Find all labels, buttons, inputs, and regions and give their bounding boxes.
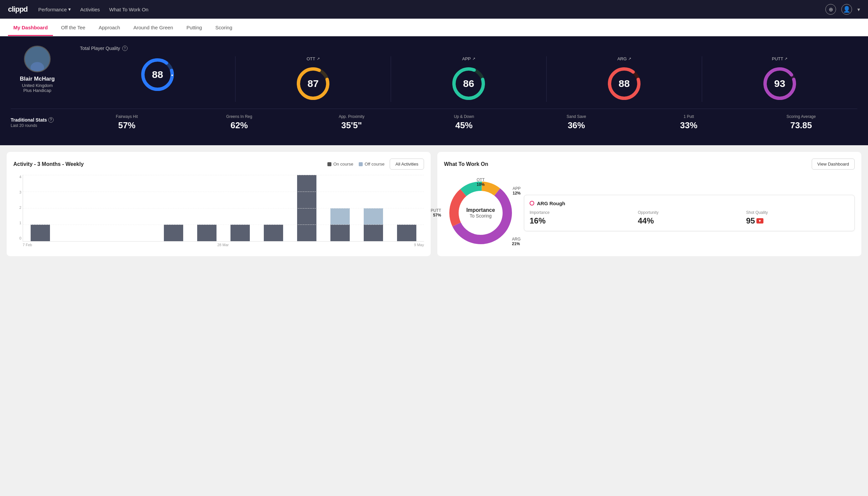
logo[interactable]: clippd: [8, 5, 28, 14]
ott-trend-icon: ↗: [317, 57, 320, 61]
x-label-7feb: 7 Feb: [23, 243, 32, 247]
arg-label: ARG ↗: [617, 56, 631, 61]
bar-group-4: [158, 175, 190, 241]
bar-oncourse: [264, 224, 283, 241]
player-handicap: Plus Handicap: [23, 88, 51, 93]
stat-1-putt: 1 Putt 33%: [632, 114, 745, 130]
x-label-9may: 9 May: [414, 243, 424, 247]
nav-activities[interactable]: Activities: [80, 7, 100, 12]
bar-oncourse: [397, 224, 416, 241]
ott-score: 87: [307, 78, 318, 89]
stats-help-icon[interactable]: ?: [48, 117, 53, 123]
bottom-panels: Activity - 3 Months - Weekly On course O…: [0, 145, 868, 263]
user-button[interactable]: 👤: [841, 4, 852, 15]
detail-dot: [530, 201, 534, 205]
tab-my-dashboard[interactable]: My Dashboard: [8, 19, 53, 36]
bar-group-10: [358, 175, 389, 241]
donut-center: Importance To Scoring: [466, 207, 495, 218]
y-label-3: 3: [13, 190, 21, 194]
putt-trend-icon: ↗: [784, 57, 787, 61]
bar-oncourse: [330, 224, 350, 241]
bar-group-3: [124, 175, 156, 241]
stat-fairways-hit: Fairways Hit 57%: [70, 114, 183, 130]
chevron-down-icon: ▾: [68, 6, 71, 12]
nav-what-to-work-on[interactable]: What To Work On: [109, 7, 148, 12]
help-icon[interactable]: ?: [122, 46, 128, 51]
putt-label: PUTT ↗: [772, 56, 788, 61]
importance-donut: Importance To Scoring OTT 10% APP 12% AR…: [444, 176, 517, 249]
chart-legend: On course Off course: [327, 161, 385, 167]
bar-oncourse: [164, 224, 183, 241]
y-label-0: 0: [13, 236, 21, 240]
nav-performance[interactable]: Performance ▾: [38, 6, 71, 12]
traditional-stats: Traditional Stats ? Last 20 rounds Fairw…: [11, 109, 857, 136]
arg-seg-label: ARG 21%: [512, 237, 521, 246]
what-to-work-on-panel: What To Work On View Dashboard: [437, 152, 861, 256]
score-ott: OTT ↗ 87: [236, 56, 391, 102]
oncourse-dot: [327, 162, 331, 166]
bar-oncourse: [364, 224, 383, 241]
score-app: APP ↗ 86: [391, 56, 547, 102]
chart-header: Activity - 3 Months - Weekly On course O…: [13, 158, 424, 170]
y-label-4: 4: [13, 175, 21, 179]
scores-row: 88 OTT ↗ 87: [80, 56, 857, 102]
tab-putting[interactable]: Putting: [181, 19, 207, 36]
metric-opportunity: Opportunity 44%: [638, 210, 741, 226]
player-country: United Kingdom: [22, 83, 53, 88]
scores-label: Total Player Quality ?: [80, 46, 857, 51]
scores-section: Total Player Quality ? 88: [80, 46, 857, 102]
putt-score: 93: [774, 78, 785, 89]
hero-section: Blair McHarg United Kingdom Plus Handica…: [0, 36, 868, 145]
wtwon-content: Importance To Scoring OTT 10% APP 12% AR…: [444, 176, 855, 249]
detail-name: ARG Rough: [537, 201, 565, 206]
bar-oncourse: [197, 224, 217, 241]
hero-top: Blair McHarg United Kingdom Plus Handica…: [11, 46, 857, 102]
ott-seg-label: OTT 10%: [477, 177, 485, 187]
detail-card: ARG Rough Importance 16% Opportunity 44%: [524, 195, 855, 231]
player-info: Blair McHarg United Kingdom Plus Handica…: [11, 46, 64, 93]
ott-donut: 87: [295, 65, 331, 102]
stat-app-proximity: App. Proximity 35'5": [296, 114, 408, 130]
stat-scoring-average: Scoring Average 73.85: [745, 114, 857, 130]
add-button[interactable]: ⊕: [825, 4, 836, 15]
tab-bar: My Dashboard Off the Tee Approach Around…: [0, 19, 868, 36]
metric-shot-quality: Shot Quality 95 ▼: [746, 210, 849, 226]
bar-group-8: [291, 175, 323, 241]
metric-importance: Importance 16%: [530, 210, 632, 226]
app-label: APP ↗: [462, 56, 475, 61]
total-score: 88: [152, 69, 163, 80]
stat-label-section: Traditional Stats ? Last 20 rounds: [11, 117, 70, 128]
player-name: Blair McHarg: [20, 76, 55, 82]
app-donut: 86: [450, 65, 487, 102]
score-putt: PUTT ↗ 93: [702, 56, 857, 102]
logo-text: clippd: [8, 5, 28, 13]
bar-oncourse: [297, 175, 316, 241]
avatar-image: [25, 47, 50, 71]
arg-trend-icon: ↗: [628, 57, 631, 61]
x-label-28mar: 28 Mar: [217, 243, 228, 247]
avatar: [24, 46, 51, 72]
nav-right: ⊕ 👤 ▾: [825, 4, 860, 15]
activity-panel: Activity - 3 Months - Weekly On course O…: [7, 152, 431, 256]
chevron-down-icon: ▾: [857, 6, 860, 13]
tab-approach[interactable]: Approach: [93, 19, 125, 36]
top-nav: clippd Performance ▾ Activities What To …: [0, 0, 868, 19]
stats-label: Traditional Stats ?: [11, 117, 70, 123]
chart-title: Activity - 3 Months - Weekly: [13, 161, 322, 167]
bar-oncourse: [231, 224, 250, 241]
all-activities-button[interactable]: All Activities: [390, 158, 424, 170]
tab-around-the-green[interactable]: Around the Green: [128, 19, 178, 36]
offcourse-dot: [359, 162, 363, 166]
wtwon-title: What To Work On: [444, 161, 812, 167]
tab-scoring[interactable]: Scoring: [210, 19, 237, 36]
view-dashboard-button[interactable]: View Dashboard: [812, 158, 855, 170]
bar-group-5: [191, 175, 223, 241]
y-label-2: 2: [13, 205, 21, 210]
bar-group-6: [224, 175, 256, 241]
arg-donut: 88: [606, 65, 643, 102]
bar-group-9: [324, 175, 356, 241]
tab-off-the-tee[interactable]: Off the Tee: [56, 19, 91, 36]
detail-card-header: ARG Rough: [530, 201, 849, 206]
detail-metrics: Importance 16% Opportunity 44% Shot Qual…: [530, 210, 849, 226]
total-donut: 88: [139, 56, 176, 93]
